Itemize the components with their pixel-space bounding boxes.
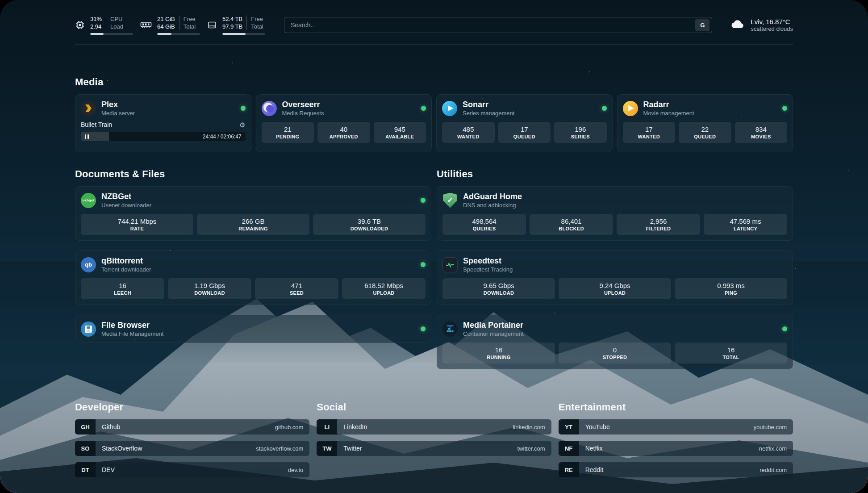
bookmark-dev[interactable]: DT DEV dev.to bbox=[75, 462, 309, 477]
stat-value: 39.6 TB bbox=[314, 217, 425, 225]
bookmark-name: StackOverflow bbox=[102, 445, 142, 452]
stat-label: RATE bbox=[82, 226, 192, 231]
stat-remaining: 266 GB REMAINING bbox=[197, 214, 309, 235]
stat-value: 17 bbox=[499, 125, 550, 133]
card-sonarr[interactable]: Sonarr Series management 485 WANTED 17 Q… bbox=[436, 94, 613, 152]
disk-free-label: Free bbox=[251, 15, 263, 23]
stat-approved: 40 APPROVED bbox=[317, 122, 370, 143]
card-qbittorrent[interactable]: qb qBittorrent Torrent downloader 16 LEE… bbox=[75, 251, 431, 305]
stat-queued: 22 QUEUED bbox=[679, 122, 731, 143]
stat-value: 266 GB bbox=[198, 217, 309, 225]
stat-value: 471 bbox=[256, 282, 338, 289]
card-plex[interactable]: Plex Media server Bullet Train ⚙ 24:44 /… bbox=[75, 94, 251, 152]
bookmark-twitter[interactable]: TW Twitter twitter.com bbox=[317, 441, 551, 456]
stat-label: UPLOAD bbox=[559, 290, 670, 296]
cpu-widget: 31% 2.94 CPU Load bbox=[75, 15, 133, 35]
playback-time: 24:44 / 02:06:47 bbox=[203, 134, 242, 140]
stat-value: 196 bbox=[555, 125, 606, 133]
stat-label: RUNNING bbox=[443, 355, 554, 360]
ram-usage-bar bbox=[157, 33, 200, 35]
stat-movies: 834 MOVIES bbox=[735, 122, 788, 143]
stat-value: 22 bbox=[680, 125, 730, 133]
app-subtitle: Usenet downloader bbox=[101, 202, 151, 209]
stat-label: QUEUED bbox=[680, 134, 730, 139]
bookmark-linkedin[interactable]: LI LinkedIn linkedin.com bbox=[317, 419, 551, 435]
stat-wanted: 485 WANTED bbox=[442, 122, 495, 143]
search-engine-button[interactable]: G bbox=[695, 19, 709, 31]
bookmark-youtube[interactable]: YT YouTube youtube.com bbox=[559, 419, 793, 435]
status-dot bbox=[782, 106, 787, 111]
social-section-title: Social bbox=[317, 401, 551, 413]
stat-downloaded: 39.6 TB DOWNLOADED bbox=[313, 214, 426, 235]
radarr-icon bbox=[623, 101, 638, 116]
app-subtitle: Media server bbox=[101, 110, 135, 117]
cpu-load-label: Load bbox=[110, 23, 123, 30]
card-portainer[interactable]: Media Portainer Container management 16 … bbox=[437, 315, 793, 369]
stat-label: PING bbox=[676, 290, 786, 296]
card-filebrowser[interactable]: File Browser Media File Management bbox=[75, 315, 431, 343]
storage-widget: 52.4 TB 97.9 TB Free Total bbox=[207, 15, 265, 35]
portainer-icon bbox=[442, 322, 458, 337]
stat-upload: 618.52 Mbps UPLOAD bbox=[342, 278, 426, 299]
card-nzbget[interactable]: nzbget NZBGet Usenet downloader 744.21 M… bbox=[75, 186, 431, 241]
stat-series: 196 SERIES bbox=[554, 122, 607, 143]
snow-specks bbox=[0, 0, 1, 1]
bookmark-abbr: RE bbox=[559, 462, 579, 477]
adguard-icon bbox=[442, 193, 458, 208]
stat-label: UPLOAD bbox=[343, 290, 425, 296]
speedtest-icon bbox=[442, 257, 458, 272]
cpu-load-value: 2.94 bbox=[90, 23, 102, 30]
app-name: File Browser bbox=[101, 321, 163, 330]
gear-icon[interactable]: ⚙ bbox=[239, 121, 245, 128]
stat-leech: 16 LEECH bbox=[81, 278, 164, 299]
bookmark-url: github.com bbox=[275, 424, 304, 430]
status-dot bbox=[782, 326, 787, 331]
cpu-usage-bar bbox=[90, 33, 133, 35]
status-dot bbox=[421, 262, 426, 267]
stat-label: DOWNLOAD bbox=[443, 290, 554, 296]
stat-value: 945 bbox=[375, 125, 426, 133]
app-subtitle: Media File Management bbox=[101, 330, 163, 337]
bookmark-name: LinkedIn bbox=[343, 423, 367, 430]
dashboard-screen: 31% 2.94 CPU Load bbox=[0, 0, 868, 493]
search-bar: G bbox=[284, 17, 712, 33]
bookmark-netflix[interactable]: NF Netflix netflix.com bbox=[559, 441, 793, 456]
app-subtitle: Series management bbox=[463, 110, 514, 117]
overseerr-icon bbox=[262, 101, 277, 116]
pause-icon[interactable] bbox=[85, 134, 89, 139]
bookmark-name: YouTube bbox=[585, 423, 610, 430]
cpu-icon bbox=[75, 20, 85, 30]
memory-widget: 21 GiB 64 GiB Free Total bbox=[140, 15, 200, 35]
stat-rate: 744.21 Mbps RATE bbox=[81, 214, 193, 235]
disk-total-value: 97.9 TB bbox=[222, 23, 242, 30]
card-overseerr[interactable]: Overseerr Media Requests 21 PENDING 40 A… bbox=[256, 94, 432, 152]
player-progress-bar[interactable]: 24:44 / 02:06:47 bbox=[81, 132, 246, 141]
stat-label: APPROVED bbox=[318, 134, 369, 139]
sonarr-icon bbox=[442, 101, 457, 116]
stat-seed: 471 SEED bbox=[255, 278, 338, 299]
app-subtitle: DNS and adblocking bbox=[463, 202, 522, 209]
header-divider bbox=[75, 45, 793, 45]
card-radarr[interactable]: Radarr Movie management 17 WANTED 22 QUE… bbox=[617, 94, 793, 152]
status-dot bbox=[421, 106, 426, 111]
stat-value: 0 bbox=[559, 346, 670, 354]
card-speedtest[interactable]: Speedtest Speedtest Tracking 9.65 Gbps D… bbox=[437, 251, 793, 305]
status-dot bbox=[421, 198, 426, 203]
nzbget-icon: nzbget bbox=[81, 193, 96, 208]
developer-section-title: Developer bbox=[75, 401, 309, 413]
app-name: NZBGet bbox=[101, 192, 151, 201]
documents-section-title: Documents & Files bbox=[75, 168, 431, 180]
stat-filtered: 2,956 FILTERED bbox=[617, 214, 700, 235]
bookmark-abbr: YT bbox=[559, 419, 579, 435]
ram-free-label: Free bbox=[184, 15, 196, 23]
stat-value: 16 bbox=[676, 346, 786, 354]
section-utilities: Utilities AdGuard Home DNS and adblockin… bbox=[437, 168, 793, 369]
card-adguard[interactable]: AdGuard Home DNS and adblocking 498,564 … bbox=[437, 186, 793, 241]
bookmark-github[interactable]: GH Github github.com bbox=[75, 419, 309, 435]
stat-latency: 47.569 ms LATENCY bbox=[704, 214, 787, 235]
bookmark-reddit[interactable]: RE Reddit reddit.com bbox=[559, 462, 793, 477]
stat-label: FILTERED bbox=[618, 226, 699, 231]
search-input[interactable] bbox=[284, 17, 695, 33]
stat-ping: 0.993 ms PING bbox=[675, 278, 787, 299]
bookmark-stackoverflow[interactable]: SO StackOverflow stackoverflow.com bbox=[75, 441, 309, 456]
